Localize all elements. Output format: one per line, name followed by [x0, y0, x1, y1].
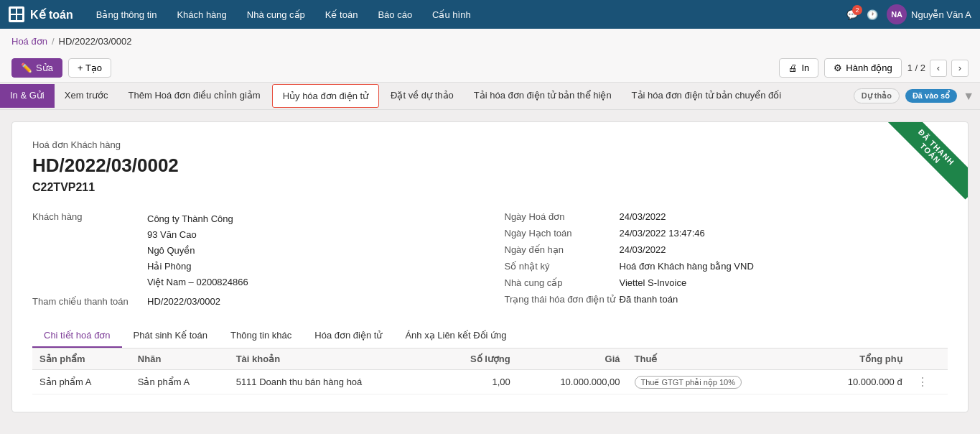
cell-price: 10.000.000,00 — [518, 370, 627, 394]
tax-badge: Thuế GTGT phải nộp 10% — [635, 376, 742, 389]
print-button[interactable]: 🖨 In — [779, 58, 818, 78]
table-row: Sản phẩm A Sản phẩm A 5111 Doanh thu bán… — [32, 370, 948, 394]
notif-count: 2 — [852, 5, 862, 15]
app-logo[interactable]: Kế toán — [9, 6, 73, 22]
table-header-row: Sản phẩm Nhãn Tài khoản Số lượng Giá Thu… — [32, 348, 948, 370]
app-name: Kế toán — [30, 8, 73, 22]
printer-icon: 🖨 — [788, 63, 798, 73]
prev-page-button[interactable]: ‹ — [930, 60, 947, 77]
avatar: NA — [887, 4, 907, 24]
col-price: Giá — [518, 348, 627, 370]
tab-cancel-einvoice[interactable]: Hủy hóa đơn điện tử — [272, 84, 379, 108]
tab-add-adjustment[interactable]: Thêm Hoá đơn điều chỉnh giảm — [118, 84, 271, 108]
notifications-button[interactable]: 💬 2 — [846, 9, 858, 20]
journal-row: Số nhật ký Hoá đơn Khách hàng bằng VND — [505, 258, 948, 274]
cell-label: Sản phẩm A — [131, 370, 229, 394]
customer-addr1: 93 Văn Cao — [147, 227, 476, 243]
breadcrumb-current: HD/2022/03/0002 — [59, 36, 132, 47]
due-date-label: Ngày đến hạn — [505, 244, 620, 255]
user-name: Nguyễn Văn A — [911, 9, 971, 20]
einvoice-status-value: Đã thanh toán — [620, 294, 948, 305]
invoice-card: ĐÃ THANH TOÁN Hoá đơn Khách hàng HD/2022… — [11, 121, 969, 412]
toolbar: ✏️ Sửa + Tạo 🖨 In ⚙ Hành động 1 / 2 ‹ › — [0, 54, 980, 83]
cell-tax: Thuế GTGT phải nộp 10% — [627, 370, 808, 394]
create-button[interactable]: + Tạo — [68, 58, 111, 78]
cell-quantity: 1,00 — [437, 370, 518, 394]
invoice-date-row: Ngày Hoá đơn 24/03/2022 — [505, 208, 948, 225]
payment-ref-label: Tham chiếu thanh toán — [32, 296, 147, 307]
nav-config[interactable]: Cấu hình — [424, 5, 480, 24]
due-date-row: Ngày đến hạn 24/03/2022 — [505, 241, 948, 258]
cell-row-menu[interactable]: ⋮ — [910, 370, 948, 394]
gear-icon: ⚙ — [834, 63, 842, 73]
action-button[interactable]: ⚙ Hành động — [824, 58, 901, 78]
edit-icon: ✏️ — [21, 63, 32, 73]
clock-icon[interactable]: 🕐 — [867, 9, 878, 20]
tab-download-converted[interactable]: Tải hóa đơn điện tử bản chuyển đối — [622, 84, 792, 108]
logo-icon — [9, 6, 24, 22]
customer-addr3: Hải Phòng — [147, 259, 476, 274]
invoice-number: HD/2022/03/0002 — [32, 154, 948, 177]
edit-button[interactable]: ✏️ Sửa — [11, 58, 62, 78]
tab-download-original[interactable]: Tải hóa đơn điện tử bản thể hiện — [464, 84, 622, 108]
pagination: 1 / 2 ‹ › — [907, 60, 969, 77]
invoice-date-label: Ngày Hoá đơn — [505, 211, 620, 222]
nav-dashboard[interactable]: Bảng thông tin — [88, 5, 166, 24]
cell-product: Sản phẩm A — [32, 370, 131, 394]
invoice-items-table: Sản phẩm Nhãn Tài khoản Số lượng Giá Thu… — [32, 348, 948, 394]
tab-mapping[interactable]: Ánh xạ Liên kết Đối ứng — [393, 324, 518, 348]
col-tax: Thuế — [627, 348, 808, 370]
nav-suppliers[interactable]: Nhà cung cấp — [238, 5, 314, 24]
customer-name: Công ty Thành Công — [147, 211, 476, 227]
page-info: 1 / 2 — [907, 63, 925, 73]
journal-value: Hoá đơn Khách hàng bằng VND — [620, 261, 948, 272]
cell-subtotal: 10.000.000 đ — [808, 370, 910, 394]
accounting-date-row: Ngày Hạch toán 24/03/2022 13:47:46 — [505, 225, 948, 241]
user-menu[interactable]: NA Nguyễn Văn A — [887, 4, 971, 24]
customer-address: Công ty Thành Công 93 Văn Cao Ngô Quyền … — [147, 211, 476, 290]
topnav-right: 💬 2 🕐 NA Nguyễn Văn A — [846, 4, 971, 24]
col-quantity: Số lượng — [437, 348, 518, 370]
nav-customers[interactable]: Khách hàng — [168, 5, 235, 24]
payment-ref-value: HD/2022/03/0002 — [147, 296, 476, 307]
tab-einvoice[interactable]: Hóa đơn điện tử — [303, 324, 393, 348]
status-draft: Dự thảo — [854, 88, 900, 103]
payment-ref-row: Tham chiếu thanh toán HD/2022/03/0002 — [32, 293, 476, 310]
cell-account: 5111 Doanh thu bán hàng hoá — [229, 370, 437, 394]
action-tabs: In & Gửi Xem trước Thêm Hoá đơn điều chỉ… — [0, 83, 980, 110]
col-label: Nhãn — [131, 348, 229, 370]
next-page-button[interactable]: › — [951, 60, 969, 77]
col-subtotal: Tổng phụ — [808, 348, 910, 370]
main-content: ĐÃ THANH TOÁN Hoá đơn Khách hàng HD/2022… — [0, 110, 980, 424]
tab-invoice-detail[interactable]: Chi tiết hoá đơn — [32, 324, 122, 348]
row-menu-icon[interactable]: ⋮ — [917, 376, 928, 388]
customer-addr2: Ngô Quyền — [147, 243, 476, 259]
topnav-menu: Bảng thông tin Khách hàng Nhà cung cấp K… — [88, 5, 832, 24]
provider-value: Viettel S-Invoice — [620, 277, 948, 288]
breadcrumb-separator: / — [52, 36, 55, 47]
invoice-right-details: Ngày Hoá đơn 24/03/2022 Ngày Hạch toán 2… — [505, 208, 948, 310]
col-account: Tài khoản — [229, 348, 437, 370]
col-menu-header — [910, 348, 948, 370]
nav-reports[interactable]: Báo cáo — [369, 5, 421, 24]
due-date-value: 24/03/2022 — [620, 244, 948, 255]
tab-preview[interactable]: Xem trước — [55, 84, 118, 108]
accounting-date-label: Ngày Hạch toán — [505, 228, 620, 239]
tab-print-send[interactable]: In & Gửi — [0, 84, 55, 108]
provider-label: Nhà cung cấp — [505, 277, 620, 288]
status-posted: Đã vào sổ — [905, 89, 957, 103]
invoice-code: C22TVP211 — [32, 181, 948, 194]
bottom-tabs: Chi tiết hoá đơn Phát sinh Kế toán Thông… — [32, 324, 948, 348]
breadcrumb-parent[interactable]: Hoá đơn — [11, 36, 47, 47]
customer-label: Khách hàng — [32, 211, 147, 222]
tab-accounting-entries[interactable]: Phát sinh Kế toán — [122, 324, 219, 348]
invoice-date-value: 24/03/2022 — [620, 211, 948, 222]
invoice-subtitle: Hoá đơn Khách hàng — [32, 139, 948, 150]
nav-accounting[interactable]: Kế toán — [317, 5, 367, 24]
customer-addr4: Việt Nam – 0200824866 — [147, 274, 476, 290]
tab-set-draft[interactable]: Đặt về dự thảo — [381, 84, 464, 108]
invoice-details: Khách hàng Công ty Thành Công 93 Văn Cao… — [32, 208, 948, 310]
tab-other-info[interactable]: Thông tin khác — [219, 324, 303, 348]
provider-row: Nhà cung cấp Viettel S-Invoice — [505, 274, 948, 291]
topnav: Kế toán Bảng thông tin Khách hàng Nhà cu… — [0, 0, 980, 29]
